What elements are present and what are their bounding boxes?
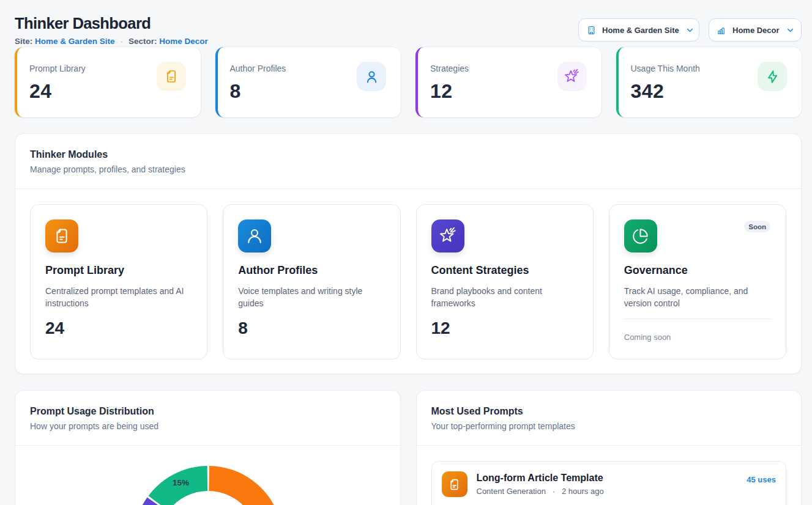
svg-text:15%: 15% [173,478,189,487]
